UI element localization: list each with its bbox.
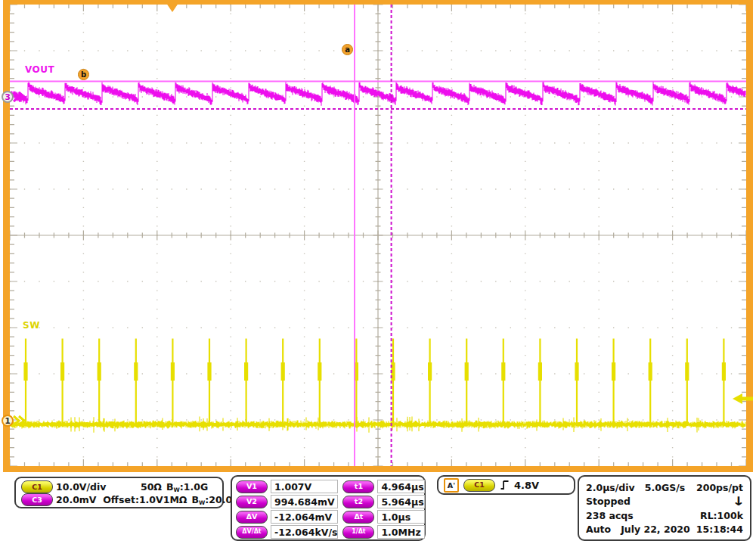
v2-row: V2 994.684mV xyxy=(236,495,338,508)
dvdt-row: ΔV/Δt -12.064kV/s xyxy=(236,525,338,539)
channel-settings-box: C1 10.0V/div 50Ω BW:1.0G C3 20.0mV Offse… xyxy=(14,477,224,508)
dt-value: 1.0µs xyxy=(377,510,424,524)
date-label: July 22, 2020 xyxy=(621,524,690,535)
ch1-settings-row: C1 10.0V/div 50Ω BW:1.0G xyxy=(21,480,216,493)
ch3-settings-row: C3 20.0mV Offset:1.0V 1MΩ BW:20.0M xyxy=(21,493,216,506)
record-length: RL:100k xyxy=(700,510,743,521)
ch1-position-marker[interactable]: 1 xyxy=(2,415,14,427)
acq-state: Stopped xyxy=(586,496,631,507)
t2-row: t2 5.964µs xyxy=(342,495,424,508)
v1-value: 1.007V xyxy=(271,480,338,493)
rising-edge-icon xyxy=(500,480,510,490)
oscilloscope-display: VOUT SW a b 3 1 C1 10.0V/div 50Ω BW:1.0G… xyxy=(0,0,756,544)
acquisition-readout-box: 2.0µs/div 5.0GS/s 200ps/pt Stopped ↓ 238… xyxy=(578,475,751,541)
acq-count-row: 238 acqs RL:100k xyxy=(586,508,743,522)
ch3-position-marker[interactable]: 3 xyxy=(2,91,14,103)
ch1-trace-label: SW xyxy=(23,320,40,331)
trig-mode: Auto xyxy=(586,524,611,535)
dvdt-badge: ΔV/Δt xyxy=(236,526,268,539)
invdt-badge: 1/Δt xyxy=(342,526,374,539)
v2-badge: V2 xyxy=(236,496,268,508)
cursor-readout-box: V1 1.007V t1 4.964µs V2 994.684mV t2 5.9… xyxy=(231,475,426,541)
graticule-and-waveforms xyxy=(0,0,756,472)
ch3-scale: 20.0mV Offset:1.0V xyxy=(56,494,163,505)
dv-badge: ΔV xyxy=(236,511,268,524)
time-label: 15:18:44 xyxy=(696,524,743,535)
invdt-row: 1/Δt 1.0MHz xyxy=(342,525,424,539)
t1-value: 4.964µs xyxy=(377,480,424,493)
trig-mode-row: Auto July 22, 2020 15:18:44 xyxy=(586,523,743,536)
trigger-source-badge[interactable]: C1 xyxy=(463,479,495,492)
timebase-row: 2.0µs/div 5.0GS/s 200ps/pt xyxy=(586,480,743,494)
trigger-readout-box: A' C1 4.8V xyxy=(437,475,575,495)
t1-badge: t1 xyxy=(342,480,374,493)
down-arrow-icon: ↓ xyxy=(732,494,745,508)
invdt-value: 1.0MHz xyxy=(377,525,424,539)
dt-badge: Δt xyxy=(342,511,374,524)
ch3-badge[interactable]: C3 xyxy=(21,493,53,506)
v2-value: 994.684mV xyxy=(271,495,338,508)
ch3-trace-label: VOUT xyxy=(25,64,54,75)
cursor-b-handle[interactable]: b xyxy=(78,69,89,80)
dvdt-value: -12.064kV/s xyxy=(271,525,338,539)
timebase: 2.0µs/div xyxy=(586,482,635,493)
dv-value: -12.064mV xyxy=(271,510,338,524)
dv-row: ΔV -12.064mV xyxy=(236,510,338,524)
t2-value: 5.964µs xyxy=(377,495,424,508)
ch1-bandwidth: BW:1.0G xyxy=(166,481,216,493)
acq-state-row: Stopped ↓ xyxy=(586,495,743,508)
t2-badge: t2 xyxy=(342,496,374,508)
dt-row: Δt 1.0µs xyxy=(342,510,424,524)
ch1-scale: 10.0V/div xyxy=(56,481,141,493)
resolution: 200ps/pt xyxy=(696,482,743,493)
v1-row: V1 1.007V xyxy=(236,480,338,493)
cursor-a-handle[interactable]: a xyxy=(342,44,353,55)
ch1-badge[interactable]: C1 xyxy=(21,480,53,493)
v1-badge: V1 xyxy=(236,480,268,493)
trigger-a-label: A' xyxy=(444,478,459,493)
sample-rate: 5.0GS/s xyxy=(645,482,685,493)
trigger-level: 4.8V xyxy=(514,480,539,491)
ch1-termination: 50Ω xyxy=(141,481,166,493)
t1-row: t1 4.964µs xyxy=(342,480,424,493)
acq-count: 238 acqs xyxy=(586,510,634,521)
ch3-termination: 1MΩ xyxy=(163,494,192,505)
